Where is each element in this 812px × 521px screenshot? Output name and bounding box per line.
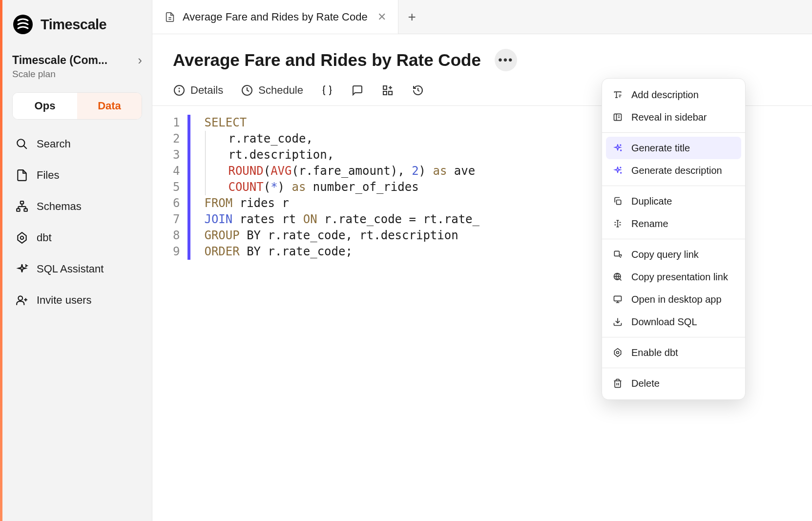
sidebar-item-files[interactable]: Files	[12, 162, 142, 189]
svg-rect-20	[383, 86, 387, 89]
copy-icon	[612, 195, 624, 207]
sidebar-item-label: SQL Assistant	[37, 263, 104, 275]
svg-rect-34	[614, 251, 619, 256]
svg-rect-4	[17, 208, 20, 211]
action-schedule[interactable]: Schedule	[241, 84, 303, 97]
rename-icon	[612, 218, 624, 229]
toggle-ops[interactable]: Ops	[13, 93, 77, 119]
menu-label: Reveal in sidebar	[631, 112, 707, 123]
menu-divider	[602, 337, 745, 337]
menu-label: Enable dbt	[631, 347, 678, 358]
page-title: Average Fare and Rides by Rate Code	[173, 50, 481, 70]
file-icon	[15, 168, 29, 182]
close-icon[interactable]: ✕	[377, 11, 386, 23]
menu-enable-dbt[interactable]: Enable dbt	[602, 341, 745, 364]
menu-label: Download SQL	[631, 316, 697, 328]
globe-link-icon	[612, 271, 624, 283]
menu-generate-title[interactable]: Generate title	[606, 137, 741, 159]
line-number-gutter: 123456789	[173, 115, 187, 260]
action-variables[interactable]	[321, 84, 333, 97]
tabs-row: Average Fare and Rides by Rate Code ✕ +	[152, 0, 812, 34]
comment-icon	[351, 84, 364, 97]
svg-point-31	[620, 167, 621, 168]
menu-download-sql[interactable]: Download SQL	[602, 311, 745, 333]
menu-label: Rename	[631, 218, 668, 229]
workspace-selector[interactable]: Timescale (Com... › Scale plan	[12, 53, 142, 80]
menu-label: Copy query link	[631, 249, 699, 260]
svg-point-18	[179, 88, 180, 89]
menu-duplicate[interactable]: Duplicate	[602, 190, 745, 212]
chevron-right-icon: ›	[138, 53, 142, 68]
svg-line-2	[23, 146, 27, 149]
grid-plus-icon	[381, 84, 394, 97]
sidebar-item-sql-assistant[interactable]: SQL Assistant	[12, 255, 142, 283]
menu-label: Delete	[631, 378, 660, 389]
menu-label: Generate description	[631, 165, 722, 176]
menu-label: Add description	[631, 89, 699, 101]
menu-label: Open in desktop app	[631, 294, 722, 305]
menu-add-description[interactable]: Add description	[602, 83, 745, 106]
svg-point-10	[21, 236, 24, 240]
sidebar-item-schemas[interactable]: Schemas	[12, 193, 142, 220]
action-blocks[interactable]	[381, 84, 394, 97]
menu-copy-presentation-link[interactable]: Copy presentation link	[602, 266, 745, 288]
link-icon	[612, 249, 624, 260]
logo[interactable]: Timescale	[12, 14, 142, 35]
menu-divider	[602, 368, 745, 368]
sidebar-item-label: Schemas	[37, 200, 82, 213]
history-icon	[412, 84, 424, 97]
svg-rect-5	[24, 208, 27, 211]
main: Average Fare and Rides by Rate Code ✕ + …	[152, 0, 812, 521]
action-label: Details	[190, 84, 223, 97]
sidebar-item-label: Files	[37, 169, 59, 182]
download-icon	[612, 316, 624, 328]
sidebar-item-search[interactable]: Search	[12, 130, 142, 158]
workspace-plan: Scale plan	[12, 69, 142, 80]
sidebar-item-label: dbt	[37, 231, 52, 244]
sidebar-item-label: Invite users	[37, 294, 92, 307]
more-button[interactable]: •••	[495, 49, 517, 71]
sidebar: Timescale Timescale (Com... › Scale plan…	[2, 0, 152, 521]
sidebar-item-label: Search	[37, 138, 71, 150]
svg-point-11	[18, 296, 22, 300]
braces-icon	[321, 84, 333, 97]
menu-reveal-sidebar[interactable]: Reveal in sidebar	[602, 106, 745, 128]
svg-point-1	[17, 139, 24, 146]
menu-divider	[602, 132, 745, 133]
code-content: SELECTr.rate_code,rt.description,ROUND(A…	[204, 115, 479, 260]
action-history[interactable]	[412, 84, 424, 97]
schema-icon	[15, 200, 29, 213]
menu-label: Copy presentation link	[631, 271, 728, 283]
toggle-data[interactable]: Data	[77, 93, 142, 119]
svg-rect-36	[614, 296, 622, 301]
menu-rename[interactable]: Rename	[602, 212, 745, 235]
svg-point-29	[620, 145, 621, 146]
menu-copy-query-link[interactable]: Copy query link	[602, 243, 745, 266]
svg-point-32	[621, 172, 622, 173]
user-plus-icon	[15, 293, 29, 307]
svg-rect-33	[617, 200, 621, 205]
file-icon	[164, 11, 176, 23]
sidebar-item-invite[interactable]: Invite users	[12, 287, 142, 314]
action-comment[interactable]	[351, 84, 364, 97]
tab-active[interactable]: Average Fare and Rides by Rate Code ✕	[152, 0, 398, 34]
menu-open-desktop[interactable]: Open in desktop app	[602, 288, 745, 311]
action-details[interactable]: Details	[173, 84, 223, 97]
clock-icon	[241, 84, 253, 97]
desktop-icon	[612, 293, 624, 305]
menu-divider	[602, 239, 745, 239]
menu-label: Duplicate	[631, 196, 672, 207]
menu-generate-description[interactable]: Generate description	[602, 159, 745, 182]
tab-add-button[interactable]: +	[398, 0, 426, 34]
dbt-icon	[612, 347, 624, 358]
svg-rect-21	[383, 91, 387, 95]
menu-delete[interactable]: Delete	[602, 372, 745, 395]
menu-label: Generate title	[631, 143, 690, 154]
sidebar-item-dbt[interactable]: dbt	[12, 224, 142, 251]
selection-bar	[187, 115, 190, 260]
sparkle-icon	[612, 142, 624, 154]
svg-point-30	[621, 150, 622, 151]
context-menu: Add description Reveal in sidebar Genera…	[602, 78, 746, 400]
sparkle-icon	[15, 262, 29, 276]
svg-rect-3	[21, 201, 24, 204]
